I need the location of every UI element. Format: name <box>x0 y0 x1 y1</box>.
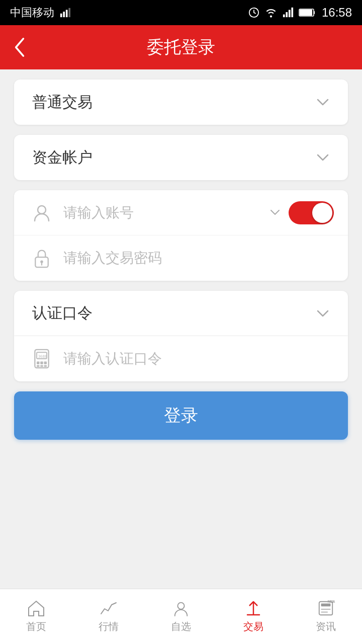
page-title: 委托登录 <box>147 36 215 59</box>
nav-item-home[interactable]: 首页 <box>0 589 72 644</box>
status-right: 16:58 <box>248 6 352 20</box>
svg-rect-3 <box>68 8 70 17</box>
lock-icon <box>28 245 55 272</box>
account-chevron-icon[interactable] <box>269 209 281 217</box>
credentials-card <box>14 190 348 281</box>
svg-text:3688: 3688 <box>38 354 47 359</box>
svg-rect-19 <box>40 361 43 364</box>
chevron-down-icon <box>316 98 330 107</box>
nav-item-watchlist[interactable]: 自选 <box>145 589 217 644</box>
account-row <box>14 190 348 235</box>
svg-rect-1 <box>63 12 65 17</box>
transaction-type-dropdown[interactable]: 普通交易 <box>14 79 348 125</box>
svg-rect-22 <box>40 365 43 367</box>
svg-point-24 <box>177 603 184 609</box>
header: 委托登录 <box>0 25 362 69</box>
remember-toggle[interactable] <box>289 201 334 224</box>
auth-token-input[interactable] <box>63 351 334 367</box>
svg-rect-10 <box>300 10 312 16</box>
nav-item-trade[interactable]: 交易 <box>217 589 290 644</box>
auth-chevron-icon <box>316 309 330 318</box>
transaction-type-label: 普通交易 <box>32 92 93 113</box>
svg-rect-20 <box>44 361 47 364</box>
nav-item-market[interactable]: 行情 <box>72 589 145 644</box>
svg-point-11 <box>38 206 46 214</box>
back-button[interactable] <box>12 36 27 58</box>
market-icon <box>100 600 118 617</box>
status-carrier: 中国移动 <box>10 5 70 20</box>
svg-rect-8 <box>291 8 293 17</box>
account-input[interactable] <box>63 205 269 221</box>
watchlist-icon <box>172 600 190 617</box>
login-button[interactable]: 登录 <box>14 391 348 440</box>
nav-label-watchlist: 自选 <box>171 620 191 633</box>
nav-label-market: 行情 <box>99 620 119 633</box>
status-bar: 中国移动 16:58 <box>0 0 362 25</box>
auth-token-label: 认证口令 <box>32 303 93 324</box>
svg-rect-6 <box>286 12 288 17</box>
chevron-down-icon <box>316 153 330 162</box>
password-input[interactable] <box>63 250 334 266</box>
main-content: 普通交易 资金帐户 <box>0 69 362 589</box>
fund-account-label: 资金帐户 <box>32 147 93 168</box>
fund-account-dropdown[interactable]: 资金帐户 <box>14 135 348 180</box>
svg-rect-18 <box>37 361 39 364</box>
bottom-nav: 首页 行情 自选 交易 <box>0 589 362 644</box>
nav-label-home: 首页 <box>26 620 46 633</box>
token-icon: 3688 <box>28 345 55 372</box>
svg-rect-2 <box>66 10 68 18</box>
toggle-knob <box>312 203 332 223</box>
account-row-extras <box>269 201 334 224</box>
user-icon <box>28 199 55 226</box>
svg-rect-28 <box>321 604 331 607</box>
nav-label-news: 资讯 <box>316 620 336 633</box>
svg-rect-0 <box>60 14 62 17</box>
auth-input-row: 3688 <box>14 336 348 381</box>
trade-icon <box>243 600 263 617</box>
svg-text:NEWS: NEWS <box>328 600 335 603</box>
password-row <box>14 235 348 281</box>
nav-item-news[interactable]: NEWS 资讯 <box>290 589 362 644</box>
auth-section: 认证口令 3688 <box>14 291 348 381</box>
svg-rect-5 <box>283 15 285 17</box>
home-icon <box>27 600 45 617</box>
svg-rect-7 <box>289 10 291 18</box>
auth-token-dropdown[interactable]: 认证口令 <box>14 291 348 336</box>
svg-rect-23 <box>44 365 47 367</box>
nav-label-trade: 交易 <box>243 620 263 633</box>
news-icon: NEWS <box>317 600 335 617</box>
svg-rect-21 <box>37 365 39 367</box>
